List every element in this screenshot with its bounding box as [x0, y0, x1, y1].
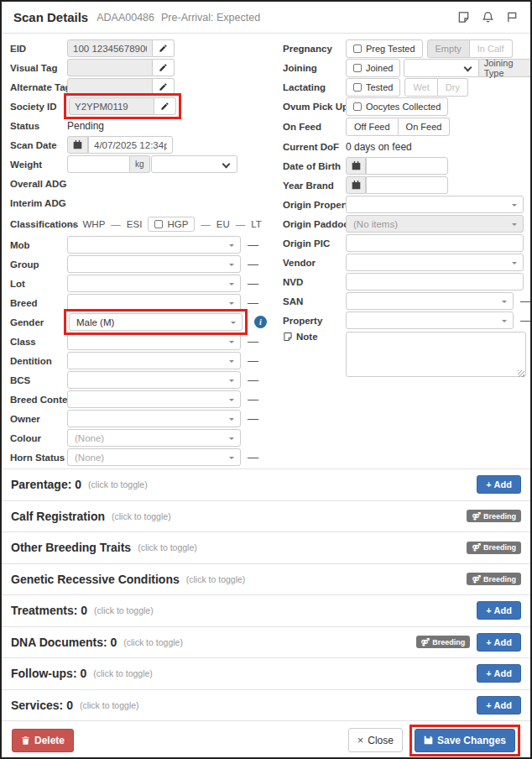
note-icon[interactable]: [457, 11, 470, 24]
save-highlight: Save Changes: [409, 725, 520, 756]
vendor-select[interactable]: [346, 254, 524, 271]
owner-select[interactable]: [67, 410, 241, 427]
breeding-badge[interactable]: ⚤Breeding: [467, 510, 521, 522]
breed-content-dash: —: [248, 393, 258, 406]
close-button[interactable]: × Close: [348, 728, 403, 752]
origin-pic-input[interactable]: [346, 234, 524, 252]
eid-row: EID: [10, 39, 270, 58]
pencil-icon: [159, 44, 168, 53]
add-dna-document-button[interactable]: +Add: [477, 633, 521, 652]
status-label: Status: [10, 121, 67, 131]
add-label: Add: [494, 637, 512, 647]
owner-row: Owner —: [10, 409, 270, 428]
pencil-icon: [159, 63, 168, 72]
lactating-dry-button[interactable]: Dry: [438, 78, 468, 97]
weight-row: Weight kg: [10, 154, 270, 174]
origin-property-label: Origin Property: [283, 200, 346, 210]
visual-tag-row: Visual Tag: [10, 58, 270, 77]
nvd-row: NVD: [283, 272, 531, 291]
colour-select[interactable]: (None): [67, 429, 241, 447]
breeding-badge[interactable]: ⚤Breeding: [416, 636, 471, 648]
san-select[interactable]: [346, 292, 514, 310]
note-textarea[interactable]: [346, 332, 526, 377]
owner-label: Owner: [10, 414, 67, 424]
section-genetic-recessive-conditions[interactable]: Genetic Recessive Conditions (click to t…: [2, 563, 530, 595]
flag-icon[interactable]: [506, 11, 519, 24]
joining-select[interactable]: [404, 59, 478, 77]
delete-button[interactable]: Delete: [12, 729, 74, 752]
pregnancy-incalf-button[interactable]: In Calf: [470, 39, 513, 58]
society-id-row: Society ID: [10, 97, 270, 116]
section-other-breeding-traits[interactable]: Other Breeding Traits (click to toggle) …: [2, 531, 530, 563]
bcs-select[interactable]: [67, 371, 241, 389]
gender-select[interactable]: Male (M): [69, 313, 243, 331]
lactating-wet-button[interactable]: Wet: [404, 78, 437, 97]
society-id-edit-button[interactable]: [154, 97, 176, 115]
lactating-tested-checkbox-button[interactable]: Tested: [346, 78, 400, 97]
on-feed-button[interactable]: On Feed: [399, 118, 451, 136]
section-treatments[interactable]: Treatments: 0 (click to toggle) +Add: [2, 594, 530, 626]
section-title: Follow-ups: 0: [11, 667, 86, 680]
joined-checkbox-button[interactable]: Joined: [346, 59, 400, 77]
visual-tag-input[interactable]: [67, 59, 153, 76]
section-dna-documents[interactable]: DNA Documents: 0 (click to toggle) ⚤Bree…: [2, 626, 530, 658]
pregnancy-empty-button[interactable]: Empty: [427, 39, 470, 58]
section-title: DNA Documents: 0: [11, 636, 117, 649]
save-changes-button[interactable]: Save Changes: [415, 729, 515, 752]
oocytes-collected-checkbox-button[interactable]: Oocytes Collected: [346, 97, 448, 116]
section-follow-ups[interactable]: Follow-ups: 0 (click to toggle) +Add: [2, 657, 530, 689]
add-follow-up-button[interactable]: +Add: [477, 664, 521, 683]
breeding-badge[interactable]: ⚤Breeding: [467, 573, 521, 585]
add-label: Add: [494, 479, 512, 489]
arrival-status: Pre-Arrival: Expected: [161, 12, 260, 24]
mob-select[interactable]: [67, 236, 241, 254]
society-id-label: Society ID: [10, 102, 67, 112]
note-icon: [283, 332, 293, 342]
eid-label: EID: [10, 44, 67, 54]
lot-row: Lot —: [10, 274, 270, 293]
add-parentage-button[interactable]: +Add: [477, 475, 521, 494]
save-icon: [424, 735, 433, 745]
weight-type-select[interactable]: [151, 155, 237, 173]
class-select[interactable]: [67, 332, 241, 350]
add-treatment-button[interactable]: +Add: [477, 601, 521, 620]
dentition-select[interactable]: [67, 352, 241, 369]
scan-date-calendar-button[interactable]: [67, 136, 88, 154]
info-icon[interactable]: i: [254, 316, 267, 328]
classification-hgp-checkbox[interactable]: HGP: [148, 217, 195, 232]
nvd-input[interactable]: [346, 273, 524, 291]
section-services[interactable]: Services: 0 (click to toggle) +Add: [2, 689, 530, 721]
breeding-label: Breeding: [483, 512, 516, 521]
chevron-down-icon: [463, 63, 472, 71]
property-select[interactable]: [346, 311, 514, 329]
horn-status-select[interactable]: (None): [67, 448, 241, 466]
breed-content-select[interactable]: [67, 390, 241, 408]
scan-date-input[interactable]: [88, 136, 173, 154]
section-parentage[interactable]: Parentage: 0 (click to toggle) +Add: [2, 468, 530, 500]
dob-input[interactable]: [366, 157, 448, 175]
class-label: Class: [10, 337, 67, 347]
bell-icon[interactable]: [482, 11, 494, 24]
year-brand-calendar-button[interactable]: [346, 176, 366, 194]
note-label: Note: [296, 332, 318, 342]
breeding-badge[interactable]: ⚤Breeding: [467, 542, 521, 554]
save-label: Save Changes: [437, 735, 506, 746]
origin-paddock-select[interactable]: (No items): [346, 215, 524, 233]
off-feed-button[interactable]: Off Feed: [346, 118, 399, 136]
section-calf-registration[interactable]: Calf Registration (click to toggle) ⚤Bre…: [2, 500, 530, 532]
eid-edit-button[interactable]: [153, 39, 175, 57]
plus-icon: +: [486, 700, 491, 710]
classification-whp: WHP: [83, 219, 106, 229]
visual-tag-edit-button[interactable]: [153, 59, 175, 76]
year-brand-input[interactable]: [366, 176, 448, 194]
group-select[interactable]: [67, 255, 241, 273]
origin-property-select[interactable]: [346, 196, 524, 213]
society-id-input[interactable]: [69, 97, 154, 115]
preg-tested-checkbox-button[interactable]: Preg Tested: [346, 39, 423, 58]
weight-input[interactable]: [67, 155, 130, 173]
dob-calendar-button[interactable]: [346, 157, 366, 175]
add-service-button[interactable]: +Add: [477, 696, 521, 715]
lot-select[interactable]: [67, 275, 241, 292]
eid-input[interactable]: [67, 39, 153, 57]
visual-tag-label: Visual Tag: [10, 63, 67, 73]
